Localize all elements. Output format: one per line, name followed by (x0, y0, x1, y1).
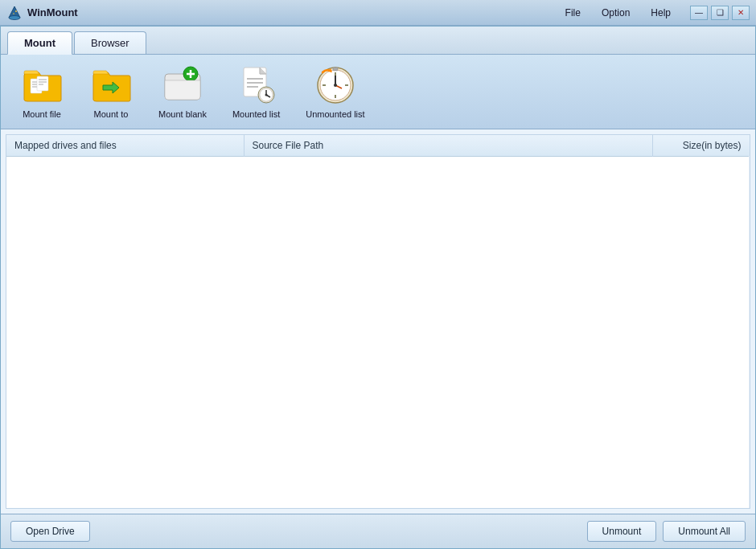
table-body (6, 157, 750, 509)
unmounted-list-label: Unmounted list (306, 109, 364, 119)
unmounted-list-icon (314, 64, 356, 106)
svg-point-2 (15, 10, 17, 12)
mounted-list-button[interactable]: Mounted list (226, 61, 286, 122)
unmount-all-button[interactable]: Unmount All (663, 521, 746, 542)
tab-mount[interactable]: Mount (7, 31, 72, 55)
app-icon (6, 5, 23, 21)
mounted-list-label: Mounted list (232, 109, 280, 119)
column-header-drives: Mapped drives and files (6, 135, 244, 157)
menu-file[interactable]: File (562, 6, 584, 20)
mount-file-button[interactable]: Mount file (14, 61, 70, 122)
footer: Open Drive Unmount Unmount All (1, 514, 755, 548)
content-area: Mapped drives and files Source File Path… (6, 134, 750, 509)
footer-right: Unmount Unmount All (587, 521, 746, 542)
menu-option[interactable]: Option (598, 6, 633, 20)
close-button[interactable]: ✕ (732, 6, 750, 20)
title-bar: WinMount File Option Help — ❑ ✕ (0, 0, 756, 26)
unmounted-list-button[interactable]: Unmounted list (299, 61, 371, 122)
svg-point-32 (334, 84, 337, 87)
menu-bar: File Option Help (562, 6, 674, 20)
mount-to-label: Mount to (94, 109, 129, 119)
main-window: Mount Browser (0, 26, 756, 549)
column-header-source: Source File Path (244, 135, 653, 157)
app-title: WinMount (27, 6, 562, 18)
mounted-list-icon (236, 64, 277, 106)
tab-bar: Mount Browser (1, 27, 755, 55)
mount-file-icon (21, 64, 63, 106)
svg-point-23 (265, 94, 267, 96)
mount-to-icon (90, 64, 132, 106)
mount-blank-button[interactable]: Mount blank (152, 61, 213, 122)
footer-left: Open Drive (10, 521, 90, 542)
column-header-size: Size(in bytes) (653, 135, 750, 157)
toolbar: Mount file Mount to (1, 55, 755, 129)
menu-help[interactable]: Help (647, 6, 674, 20)
svg-point-1 (9, 15, 20, 19)
empty-row (6, 157, 750, 509)
svg-point-3 (13, 13, 14, 14)
mount-blank-label: Mount blank (158, 109, 207, 119)
main-table: Mapped drives and files Source File Path… (6, 135, 750, 508)
mount-to-button[interactable]: Mount to (83, 61, 139, 122)
mount-file-label: Mount file (23, 109, 61, 119)
svg-rect-33 (333, 68, 338, 71)
window-controls: — ❑ ✕ (690, 6, 750, 20)
tab-browser[interactable]: Browser (74, 31, 146, 54)
minimize-button[interactable]: — (690, 6, 708, 20)
mount-blank-icon (162, 64, 203, 106)
svg-rect-8 (37, 76, 48, 91)
open-drive-button[interactable]: Open Drive (10, 521, 90, 542)
restore-button[interactable]: ❑ (711, 6, 729, 20)
unmount-button[interactable]: Unmount (587, 521, 657, 542)
